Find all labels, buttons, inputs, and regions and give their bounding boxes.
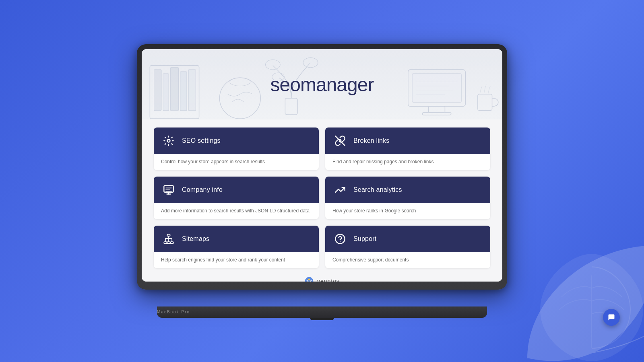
svg-point-9	[265, 60, 280, 69]
svg-rect-14	[429, 107, 445, 113]
laptop-base: MacBook Pro	[157, 306, 487, 318]
app-title: seomanager	[270, 73, 374, 95]
company-info-card-header[interactable]: Company info	[154, 177, 319, 203]
svg-point-6	[219, 78, 260, 119]
seo-settings-title: SEO settings	[182, 137, 221, 144]
company-info-card: Company info Add more information to sea…	[154, 177, 319, 219]
support-description: Comprehensive support documents	[332, 256, 483, 263]
search-analytics-card-header[interactable]: Search analytics	[325, 177, 490, 203]
svg-rect-13	[412, 74, 461, 102]
sitemaps-card-header[interactable]: Sitemaps	[154, 226, 319, 252]
broken-link-icon	[332, 133, 348, 148]
svg-rect-23	[164, 186, 173, 192]
laptop-notch	[310, 318, 334, 320]
sitemap-icon	[161, 231, 176, 247]
search-analytics-title: Search analytics	[353, 186, 402, 193]
broken-links-title: Broken links	[353, 137, 390, 144]
fab-button[interactable]	[603, 309, 620, 326]
laptop-screen-bezel: seomanager	[137, 44, 507, 290]
broken-links-card: Broken links Find and repair missing pag…	[325, 128, 490, 170]
sitemaps-card: Sitemaps Help search engines find your s…	[154, 226, 319, 268]
svg-rect-15	[422, 113, 451, 115]
svg-rect-20	[478, 94, 492, 111]
venntov-logo-icon	[304, 276, 314, 282]
title-manager: manager	[300, 74, 374, 95]
svg-rect-5	[188, 70, 196, 111]
seo-settings-description: Control how your store appears in search…	[161, 158, 312, 165]
search-analytics-description: How your store ranks in Google search	[332, 207, 483, 214]
sitemaps-description: Help search engines find your store and …	[161, 256, 312, 263]
header-illustration: seomanager	[142, 49, 502, 119]
broken-links-body: Find and repair missing pages and broken…	[325, 154, 490, 170]
svg-rect-2	[163, 74, 169, 111]
laptop-container: seomanager	[137, 44, 507, 318]
gear-icon	[161, 133, 176, 148]
support-body: Comprehensive support documents	[325, 252, 490, 268]
cards-grid: SEO settings Control how your store appe…	[154, 128, 490, 268]
sitemaps-body: Help search engines find your store and …	[154, 252, 319, 268]
svg-rect-3	[170, 68, 178, 111]
company-info-title: Company info	[182, 186, 223, 193]
svg-rect-1	[154, 70, 161, 111]
seo-settings-card-header[interactable]: SEO settings	[154, 128, 319, 154]
bg-leaf-large	[499, 217, 644, 362]
venntov-brand-name: venntov	[317, 278, 340, 282]
laptop-model-label: MacBook Pro	[157, 310, 190, 314]
venntov-footer: venntov	[154, 276, 490, 282]
sitemaps-title: Sitemaps	[182, 235, 209, 243]
support-card-header[interactable]: Support	[325, 226, 490, 252]
chat-icon	[607, 313, 615, 321]
laptop-screen: seomanager	[142, 49, 502, 282]
support-title: Support	[353, 235, 376, 243]
search-analytics-body: How your store ranks in Google search	[325, 203, 490, 219]
search-analytics-card: Search analytics How your store ranks in…	[325, 177, 490, 219]
support-card: Support Comprehensive support documents	[325, 226, 490, 268]
broken-links-card-header[interactable]: Broken links	[325, 128, 490, 154]
svg-point-41	[308, 279, 310, 281]
svg-rect-8	[285, 98, 297, 115]
svg-point-10	[303, 58, 318, 67]
company-icon	[161, 182, 176, 197]
title-seo: seo	[270, 74, 300, 95]
svg-point-21	[167, 140, 170, 142]
broken-links-description: Find and repair missing pages and broken…	[332, 158, 483, 165]
analytics-icon	[332, 182, 348, 197]
company-info-description: Add more information to search results w…	[161, 207, 312, 214]
svg-point-7	[230, 78, 250, 86]
support-icon	[332, 231, 348, 247]
svg-rect-4	[180, 72, 187, 111]
seo-settings-card: SEO settings Control how your store appe…	[154, 128, 319, 170]
seo-settings-body: Control how your store appears in search…	[154, 154, 319, 170]
screen-content: SEO settings Control how your store appe…	[142, 119, 502, 282]
company-info-body: Add more information to search results w…	[154, 203, 319, 219]
